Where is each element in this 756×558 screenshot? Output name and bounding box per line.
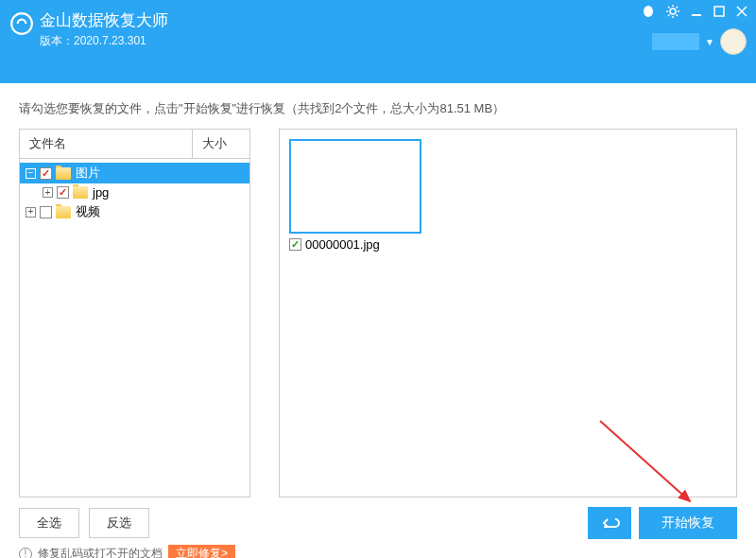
checkbox[interactable] — [40, 206, 52, 218]
app-header: 金山数据恢复大师 版本：2020.7.23.301 ▼ — [0, 0, 756, 83]
tree-body: − 图片 + jpg + 视频 — [20, 159, 249, 226]
app-version: 版本：2020.7.23.301 — [40, 33, 168, 49]
file-tree-panel: 文件名 大小 − 图片 + jpg + 视频 — [19, 129, 250, 497]
select-all-button[interactable]: 全选 — [19, 508, 79, 538]
thumbnail-filename: 00000001.jpg — [305, 237, 380, 252]
checkbox[interactable] — [40, 167, 52, 180]
app-title: 金山数据恢复大师 — [40, 9, 168, 31]
checkbox[interactable] — [289, 238, 301, 251]
maximize-button[interactable] — [713, 5, 726, 18]
footer-row-hint: ! 修复乱码或打不开的文档 立即修复> — [19, 545, 737, 558]
svg-point-0 — [11, 13, 32, 34]
folder-icon — [73, 186, 88, 199]
svg-point-2 — [670, 9, 676, 14]
info-icon: ! — [19, 548, 32, 559]
folder-icon — [56, 167, 71, 180]
collapse-icon[interactable]: − — [26, 168, 36, 179]
username-placeholder — [652, 33, 699, 50]
back-button[interactable] — [588, 507, 631, 539]
column-name[interactable]: 文件名 — [20, 130, 193, 158]
start-recover-button[interactable]: 开始恢复 — [639, 507, 737, 539]
close-button[interactable] — [735, 5, 748, 18]
user-area[interactable]: ▼ — [652, 28, 747, 55]
thumbnail-label-row: 00000001.jpg — [289, 237, 380, 252]
expand-icon[interactable]: + — [43, 187, 53, 198]
svg-rect-4 — [714, 7, 724, 16]
thumbnail-item[interactable]: 00000001.jpg — [289, 139, 421, 252]
minimize-button[interactable] — [690, 5, 703, 18]
logo-area: 金山数据恢复大师 版本：2020.7.23.301 — [9, 9, 168, 49]
avatar[interactable] — [720, 28, 747, 55]
tree-item-videos[interactable]: + 视频 — [20, 201, 249, 222]
instruction-text: 请勾选您要恢复的文件，点击"开始恢复"进行恢复（共找到2个文件，总大小为81.5… — [0, 83, 756, 129]
svg-point-1 — [644, 6, 653, 17]
expand-icon[interactable]: + — [26, 207, 36, 218]
app-logo-icon — [9, 11, 34, 36]
tree-item-images[interactable]: − 图片 — [20, 163, 249, 183]
preview-panel: 00000001.jpg — [279, 129, 737, 497]
back-arrow-icon — [599, 515, 620, 531]
column-size[interactable]: 大小 — [193, 130, 249, 158]
gear-icon[interactable] — [665, 4, 680, 19]
footer: 全选 反选 开始恢复 ! 修复乱码或打不开的文档 立即修复> — [0, 497, 756, 558]
checkbox[interactable] — [57, 186, 69, 199]
qq-icon[interactable] — [641, 4, 656, 19]
tree-item-label: jpg — [93, 185, 109, 200]
content-area: 文件名 大小 − 图片 + jpg + 视频 — [0, 129, 756, 497]
garbled-hint-text: 修复乱码或打不开的文档 — [38, 546, 163, 558]
tree-header: 文件名 大小 — [20, 130, 249, 159]
footer-row-buttons: 全选 反选 开始恢复 — [19, 507, 737, 539]
tree-item-jpg[interactable]: + jpg — [20, 183, 249, 201]
chevron-down-icon[interactable]: ▼ — [705, 37, 714, 47]
folder-icon — [56, 206, 71, 218]
header-controls — [641, 4, 748, 19]
thumbnail-image[interactable] — [289, 139, 421, 234]
fix-now-link[interactable]: 立即修复> — [168, 545, 235, 558]
tree-item-label: 视频 — [76, 203, 100, 220]
invert-selection-button[interactable]: 反选 — [89, 508, 149, 538]
tree-item-label: 图片 — [76, 165, 100, 182]
